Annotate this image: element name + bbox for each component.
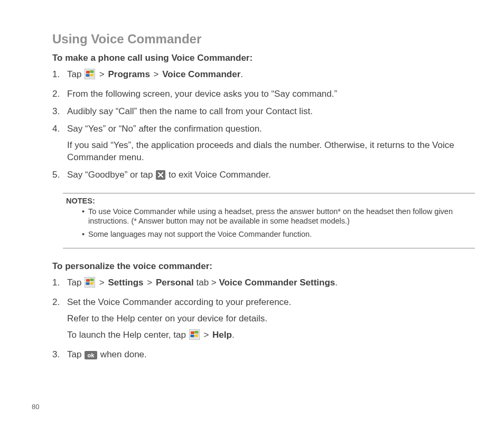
notes-label: NOTES:: [66, 197, 472, 205]
text: Tap: [67, 277, 84, 288]
nav-vc-settings: Voice Commander Settings: [219, 277, 335, 288]
step-5: Say “Goodbye” or tap to exit Voice Comma…: [52, 169, 475, 183]
note-item: To use Voice Commander while using a hea…: [82, 207, 472, 227]
step-4-body: If you said “Yes”, the application proce…: [67, 140, 475, 164]
separator: >: [150, 69, 162, 79]
nav-personal: Personal: [156, 277, 194, 288]
separator: >: [144, 277, 156, 288]
text: .: [240, 69, 243, 79]
start-icon: [85, 69, 95, 83]
note-item: Some languages may not support the Voice…: [82, 229, 472, 239]
text: Tap: [67, 69, 84, 79]
subhead-make-call: To make a phone call using Voice Command…: [52, 53, 475, 63]
ok-icon: [85, 351, 97, 363]
nav-programs: Programs: [108, 69, 150, 79]
separator: >: [200, 330, 212, 340]
nav-voice-commander: Voice Commander: [162, 69, 240, 79]
start-icon: [189, 329, 200, 344]
separator: >: [96, 69, 108, 79]
step-4: Say “Yes” or “No” after the confirmation…: [52, 123, 475, 164]
steps-personalize: Tap > Settings > Personal tab > Voice Co…: [52, 277, 475, 363]
step-3: Audibly say “Call” then the name to call…: [52, 106, 475, 118]
text: To launch the Help center, tap: [67, 330, 189, 340]
text: Set the Voice Commander according to you…: [67, 297, 291, 307]
page-title: Using Voice Commander: [52, 32, 475, 47]
page-number: 80: [32, 403, 39, 411]
steps-make-call: Tap > Programs > Voice Commander. From t…: [52, 69, 475, 183]
subhead-personalize: To personalize the voice commander:: [52, 261, 475, 272]
notes-box: NOTES: To use Voice Commander while usin…: [63, 193, 475, 249]
text: to exit Voice Commander.: [166, 170, 270, 180]
text: From the following screen, your device a…: [67, 89, 337, 99]
step-2-body-1: Refer to the Help center on your device …: [67, 313, 475, 325]
separator: >: [96, 277, 108, 288]
nav-help: Help: [212, 330, 232, 340]
text: .: [232, 330, 235, 340]
step-1: Tap > Programs > Voice Commander.: [52, 69, 475, 83]
step-2-body-2: To launch the Help center, tap > Help.: [67, 329, 475, 344]
close-icon: [156, 170, 165, 183]
text: To use Voice Commander while using a hea…: [88, 207, 453, 226]
text: Say “Goodbye” or tap: [67, 170, 155, 180]
step-1: Tap > Settings > Personal tab > Voice Co…: [52, 277, 475, 291]
text: Audibly say “Call” then the name to call…: [67, 106, 313, 116]
text: tab >: [194, 277, 219, 288]
text: Some languages may not support the Voice…: [88, 230, 312, 238]
step-2: From the following screen, your device a…: [52, 88, 475, 100]
manual-page: Using Voice Commander To make a phone ca…: [0, 0, 504, 435]
nav-settings: Settings: [108, 277, 144, 288]
text: .: [335, 277, 338, 288]
step-3: Tap when done.: [52, 349, 475, 363]
start-icon: [85, 277, 95, 291]
text: Tap: [67, 349, 84, 359]
text: Say “Yes” or “No” after the confirmation…: [67, 124, 262, 134]
text: when done.: [98, 349, 147, 359]
step-2: Set the Voice Commander according to you…: [52, 297, 475, 344]
